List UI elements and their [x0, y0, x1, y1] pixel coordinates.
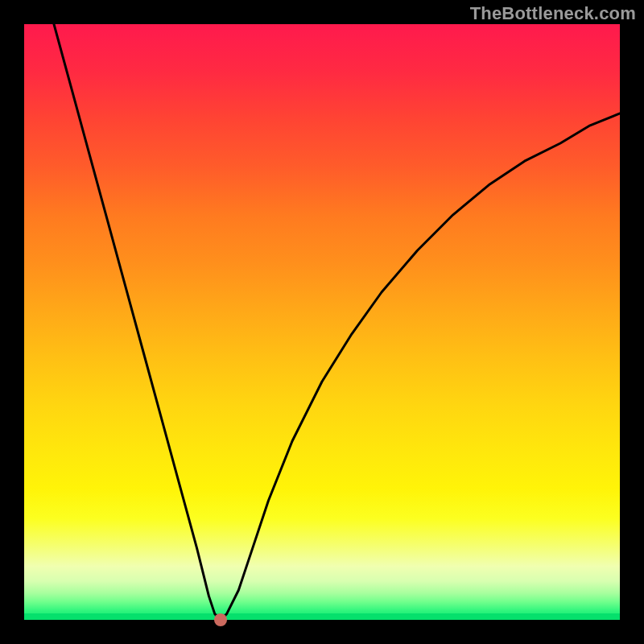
bottleneck-curve [24, 24, 620, 620]
chart-frame: TheBottleneck.com [0, 0, 644, 644]
optimal-point-marker [214, 613, 227, 626]
watermark-text: TheBottleneck.com [470, 3, 636, 24]
